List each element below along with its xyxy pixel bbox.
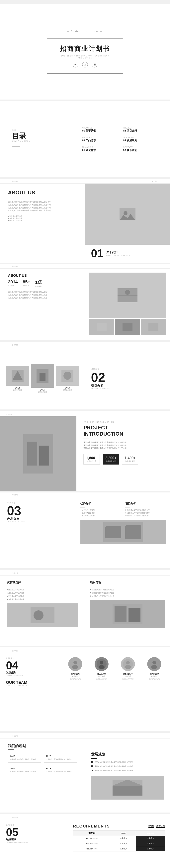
svg-point-13	[63, 372, 71, 380]
team-member-3: 团队成员03 职位说明 这里输入文字说明	[116, 657, 140, 680]
toc-item-6: CONTACT 06 联系我们	[123, 146, 158, 152]
slide-financing-section: 融资需求 融资需求 05 融资需求 FINANCING REQUIREMENTS…	[0, 814, 170, 868]
fazhan-heading: 发展规划	[91, 752, 164, 757]
svg-rect-16	[39, 445, 49, 466]
plan-item-3: 2018 这里输入文字说明这里输入文字说明	[8, 765, 41, 775]
toc-items: ABOUT US 01 关于我们 PROJECT 02 项目介绍 PRODUCT…	[82, 127, 158, 152]
year-item-3: 2018 这里输入文字	[56, 366, 79, 391]
photo-sm-1	[89, 319, 114, 335]
cover-icon-1[interactable]: ✉	[73, 62, 78, 67]
about2-heading: ABOUT US	[8, 274, 77, 278]
cover-design-by: — Design by yutijiang —	[67, 30, 103, 32]
plan-left: 我们的规划 2016 这里输入文字说明这里输入文字说明 2017 这里输入文字说…	[0, 739, 85, 812]
req-header: REQUIREMENTS BASIC UPGRADE	[73, 824, 165, 829]
choice-content: 优信的选择 ■ 这里输入文字说明这里 ■ 这里输入文字说明这里 ■ 这里输入文字…	[0, 576, 170, 646]
requirements-table: 需求项目 BASIC UPGRADE Requirement 01这里输入这里输…	[73, 831, 165, 851]
svg-point-33	[125, 665, 131, 669]
req-heading: REQUIREMENTS	[73, 824, 110, 829]
year-photo-1	[6, 366, 29, 386]
slide-choice-analysis: 产品分享 优信的选择 ■ 这里输入文字说明这里 ■ 这里输入文字说明这里 ■ 这…	[0, 570, 170, 646]
svg-point-4	[125, 290, 130, 295]
swot-col: 优势分析 ● 这里输入文字说明 ● 这里输入文字说明 ● 这里输入文字说明	[80, 502, 121, 518]
req-col-name: 需求项目	[73, 831, 111, 836]
toc-item-1: ABOUT US 01 关于我们	[82, 127, 117, 132]
product-photo	[80, 520, 166, 544]
choice-right-heading: 项目分析	[90, 581, 165, 584]
swot-heading: 优势分析	[80, 502, 121, 505]
plan-item-2: 2017 这里输入文字说明这里输入文字说明	[44, 753, 77, 763]
product-two-cols: 优势分析 ● 这里输入文字说明 ● 这里输入文字说明 ● 这里输入文字说明 项目…	[80, 502, 166, 518]
cover-icon-2[interactable]: ⌂	[82, 62, 88, 67]
section-02-label: 项目介绍	[91, 368, 164, 370]
cover-title-cn: 招商商业计划书	[57, 44, 113, 53]
proj-stat-3: 1,400+ 这里输入文字	[122, 454, 138, 465]
slide-toc: 目录 目录 CATALOGUE ABOUT US 01 关于我们 PROJECT…	[0, 101, 170, 177]
about-left: ABOUT US 这里输入文字说明这里输入文字说明这里输入文字说明 这里输入文字…	[0, 184, 85, 262]
proj-analysis-col: 项目分析 ▶ 这里输入文字说明这里输入文字 ▶ 这里输入文字说明这里输入文字 ▶…	[125, 502, 166, 518]
req-labels: BASIC UPGRADE	[148, 825, 165, 828]
fazhan-items: 这里输入文字说明这里输入文字说明这里输入文字说明 这里输入文字说明这里输入文字说…	[91, 761, 164, 772]
toc-item-5: FINANCING 05 融资需求	[82, 146, 117, 152]
photo-main	[89, 273, 166, 318]
svg-point-27	[72, 665, 78, 669]
section-label-prod: 产品分享	[12, 494, 19, 496]
cover-title-en: BUSINESS PROPOSAL FOR INVESTMENT PROMOTI…	[57, 55, 113, 59]
cover-box: 招商商业计划书 BUSINESS PROPOSAL FOR INVESTMENT…	[47, 38, 123, 74]
year-item-1: 2014 这里输入文字	[6, 366, 29, 391]
fazhan-photo	[91, 776, 164, 800]
team-content: 发展规划 04 发展规划 DEVELOPMENT PLAN OUR TEAM O…	[0, 653, 170, 731]
section-05-area: 融资需求 05 融资需求 FINANCING REQUIREMENTS	[0, 820, 68, 868]
financing-content: 融资需求 05 融资需求 FINANCING REQUIREMENTS REQU…	[0, 820, 170, 868]
svg-point-36	[151, 665, 157, 669]
requirements-area: REQUIREMENTS BASIC UPGRADE 需求项目 BASIC UP…	[68, 820, 170, 868]
svg-rect-5	[97, 323, 107, 331]
team-member-1: 团队成员01 职位说明 这里输入文字说明	[63, 657, 87, 680]
fazhan-3: 这里输入文字说明这里输入文字说明这里输入文字说明	[91, 769, 164, 772]
product-section-content: 产品分享 03 产品分享 PRODUCT SHARING 优势分析 ● 这里输入…	[0, 497, 170, 549]
about-content: ABOUT US 这里输入文字说明这里输入文字说明这里输入文字说明 这里输入文字…	[0, 184, 170, 262]
slide-cover: — Design by yutijiang — 招商商业计划书 BUSINESS…	[0, 4, 170, 100]
svg-point-1	[124, 211, 128, 215]
fazhan-1: 这里输入文字说明这里输入文字说明这里输入文字说明	[91, 761, 164, 763]
avatar-2	[95, 657, 108, 671]
photo-sm-3	[141, 319, 166, 335]
section-01-block: 01 关于我们 ABOUT US INTRODUCTION	[85, 245, 170, 262]
team-heading-area: OUR TEAM OUR TEAM MEMBERS	[6, 680, 54, 687]
proj-intro-label: PROJECT INTRODUCTION	[83, 421, 163, 423]
stat-2: 85+ 团队成员	[23, 279, 30, 287]
about-body: 这里输入文字说明这里输入文字说明这里输入文字说明 这里输入文字说明这里输入文字说…	[8, 200, 77, 212]
fazhan-2: 这里输入文字说明这里输入文字说明这里输入文字说明	[91, 765, 164, 768]
section-bar-proj: 项目介绍	[0, 411, 170, 417]
page-container: — Design by yutijiang — 招商商业计划书 BUSINESS…	[0, 4, 170, 868]
section-label-fin: 融资需求	[12, 817, 19, 818]
project-content: PROJECT INTRODUCTION PROJECTINTRODUCTION…	[0, 416, 170, 491]
toc-item-4: OUR TEAM 04 发展规划	[123, 136, 158, 142]
cover-icon-3[interactable]: ☰	[92, 62, 97, 67]
proj-stat-1: 1,800+ 这里输入文字	[83, 454, 100, 465]
section-05-num: 05	[6, 827, 62, 838]
avatar-4	[147, 657, 161, 671]
slide-product-section: 产品分享 产品分享 03 产品分享 PRODUCT SHARING 优势分析 ●…	[0, 493, 170, 568]
section-label-proj: 项目介绍	[6, 414, 12, 415]
plan-items: 2016 这里输入文字说明这里输入文字说明 2017 这里输入文字说明这里输入文…	[8, 753, 77, 775]
section-bar-2: 关于我们	[0, 264, 170, 269]
section-02-cn: 项目分析	[91, 384, 164, 388]
years-content: 2014 这里输入文字 2016 这里输入文字 2018 这里输入文字	[0, 347, 170, 409]
section-bar-3: 关于我们	[0, 342, 170, 347]
slide-about-stats: 关于我们 ABOUT US 2014 成立年份 85+ 团队成员 1亿 年营业	[0, 264, 170, 340]
year-photo-2	[31, 364, 54, 388]
req-row-2: Requirement 02这里输入这里输入	[73, 841, 165, 846]
about2-content: ABOUT US 2014 成立年份 85+ 团队成员 1亿 年营业额	[0, 269, 170, 339]
plan-item-4: 2019 这里输入文字说明这里输入文字说明	[44, 765, 77, 775]
proj-stat-2: 2,200+ 这里输入文字	[103, 454, 119, 465]
section-num-01: 01	[91, 248, 103, 259]
section-bar-team: 发展规划	[0, 647, 170, 653]
section-bar: 关于我们 关于我们	[0, 179, 170, 184]
plan-item-1: 2016 这里输入文字说明这里输入文字说明	[8, 753, 41, 763]
year-photos: 2014 这里输入文字 2016 这里输入文字 2018 这里输入文字	[0, 347, 85, 409]
about-heading: ABOUT US	[8, 190, 77, 196]
plan-content: 我们的规划 2016 这里输入文字说明这里输入文字说明 2017 这里输入文字说…	[0, 739, 170, 812]
section-label-choice: 产品分享	[12, 572, 19, 574]
proj-stats: 1,800+ 这里输入文字 2,200+ 这里输入文字 1,400+ 这里输入文…	[83, 454, 163, 465]
avatar-3	[121, 657, 135, 671]
